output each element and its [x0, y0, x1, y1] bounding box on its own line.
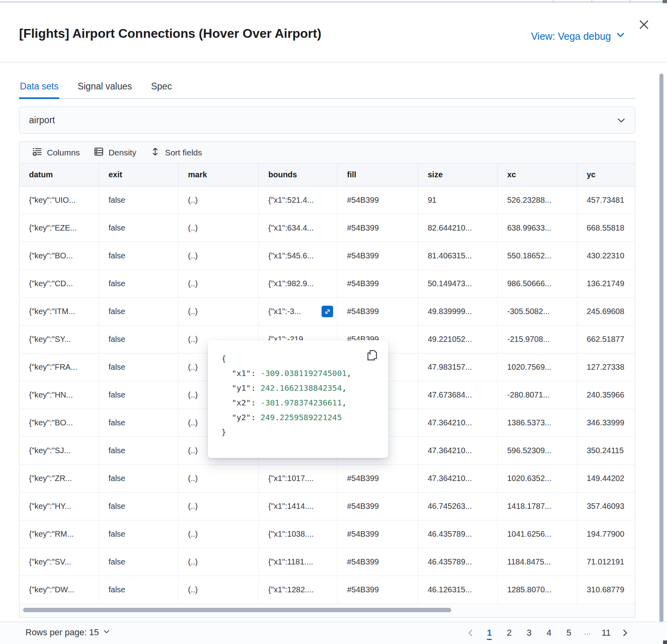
- grid-cell-datum[interactable]: {"key":"SY...: [19, 326, 99, 353]
- grid-cell-mark[interactable]: (..): [178, 214, 259, 242]
- grid-cell-xc[interactable]: -215.9708...: [498, 326, 577, 353]
- grid-cell-exit[interactable]: false: [99, 186, 178, 214]
- grid-cell-xc[interactable]: 1184.8475...: [498, 548, 577, 576]
- grid-cell-fill[interactable]: #54B399: [337, 520, 418, 548]
- grid-cell-exit[interactable]: false: [99, 214, 178, 242]
- grid-cell-exit[interactable]: false: [99, 326, 178, 353]
- grid-cell-exit[interactable]: false: [99, 548, 178, 576]
- rows-per-page-button[interactable]: Rows per page: 15: [25, 627, 110, 638]
- grid-cell-exit[interactable]: false: [99, 465, 178, 492]
- grid-cell-yc[interactable]: 245.69608: [577, 298, 635, 325]
- grid-cell-size[interactable]: 49.839999...: [418, 298, 498, 325]
- grid-cell-yc[interactable]: 194.77900: [577, 520, 635, 548]
- grid-cell-size[interactable]: 47.364210...: [418, 409, 498, 436]
- grid-cell-exit[interactable]: false: [99, 437, 178, 464]
- grid-cell-yc[interactable]: 350.24115: [577, 437, 635, 464]
- grid-cell-bounds[interactable]: {"x1":1282....: [259, 576, 337, 603]
- grid-cell-mark[interactable]: (..): [178, 576, 259, 603]
- grid-cell-xc[interactable]: 1020.7569...: [498, 353, 577, 381]
- grid-cell-yc[interactable]: 136.21749: [577, 270, 635, 297]
- grid-cell-yc[interactable]: 357.46093: [577, 493, 635, 520]
- grid-cell-yc[interactable]: 346.33999: [577, 409, 635, 436]
- grid-cell-datum[interactable]: {"key":"HN...: [19, 381, 99, 409]
- column-header-datum[interactable]: datum: [19, 163, 99, 186]
- tab-data-sets[interactable]: Data sets: [19, 79, 59, 98]
- page-button-1[interactable]: 1: [479, 625, 499, 640]
- grid-cell-size[interactable]: 50.149473...: [418, 270, 498, 297]
- grid-cell-fill[interactable]: #54B399: [337, 465, 418, 492]
- grid-cell-bounds[interactable]: {"x1":1414....: [259, 493, 337, 520]
- grid-cell-xc[interactable]: 986.50666...: [498, 270, 577, 297]
- grid-cell-datum[interactable]: {"key":"ZR...: [19, 465, 99, 492]
- dataset-select[interactable]: airport: [19, 107, 635, 134]
- page-button-11[interactable]: 11: [596, 625, 616, 640]
- grid-cell-size[interactable]: 49.221052...: [418, 326, 498, 353]
- sort-fields-button[interactable]: Sort fields: [143, 145, 209, 161]
- grid-cell-size[interactable]: 47.364210...: [418, 465, 498, 492]
- grid-cell-size[interactable]: 81.406315...: [418, 242, 498, 270]
- grid-cell-xc[interactable]: 596.52309...: [498, 437, 577, 464]
- grid-cell-bounds[interactable]: {"x1":1038....: [259, 520, 337, 548]
- grid-cell-size[interactable]: 47.983157...: [418, 353, 498, 381]
- grid-cell-fill[interactable]: #54B399: [337, 548, 418, 576]
- grid-cell-datum[interactable]: {"key":"CD...: [19, 270, 99, 297]
- grid-cell-bounds[interactable]: {"x1":521.4...: [259, 186, 337, 214]
- grid-cell-mark[interactable]: (..): [178, 270, 259, 297]
- next-page-icon[interactable]: [616, 626, 634, 640]
- grid-cell-bounds[interactable]: {"x1":982.9...: [259, 270, 337, 297]
- grid-cell-datum[interactable]: {"key":"ITM...: [19, 298, 99, 325]
- grid-cell-yc[interactable]: 71.012191: [577, 548, 635, 576]
- close-icon[interactable]: [636, 17, 652, 33]
- column-header-mark[interactable]: mark: [178, 163, 259, 186]
- grid-cell-exit[interactable]: false: [99, 298, 178, 325]
- grid-cell-datum[interactable]: {"key":"EZE...: [19, 214, 99, 242]
- tab-spec[interactable]: Spec: [150, 79, 173, 98]
- vertical-scrollbar-thumb[interactable]: [659, 74, 663, 622]
- grid-cell-exit[interactable]: false: [99, 493, 178, 520]
- grid-cell-exit[interactable]: false: [99, 409, 178, 436]
- grid-cell-xc[interactable]: 1285.8070...: [498, 576, 577, 603]
- grid-cell-bounds[interactable]: {"x1":-3...: [259, 298, 337, 325]
- grid-cell-datum[interactable]: {"key":"SJ...: [19, 437, 99, 464]
- grid-cell-fill[interactable]: #54B399: [337, 493, 418, 520]
- density-button[interactable]: Density: [87, 145, 143, 161]
- grid-cell-xc[interactable]: -280.8071...: [498, 381, 577, 409]
- grid-cell-datum[interactable]: {"key":"BO...: [19, 409, 99, 436]
- grid-cell-xc[interactable]: 526.23288...: [498, 186, 577, 214]
- grid-cell-exit[interactable]: false: [99, 270, 178, 297]
- grid-cell-mark[interactable]: (..): [178, 520, 259, 548]
- grid-cell-datum[interactable]: {"key":"FRA...: [19, 353, 99, 381]
- grid-cell-size[interactable]: 46.435789...: [418, 548, 498, 576]
- grid-cell-exit[interactable]: false: [99, 576, 178, 603]
- grid-cell-yc[interactable]: 457.73481: [577, 186, 635, 214]
- grid-cell-fill[interactable]: #54B399: [337, 214, 418, 242]
- columns-button[interactable]: Columns: [25, 145, 87, 161]
- column-header-fill[interactable]: fill: [337, 163, 418, 186]
- grid-cell-mark[interactable]: (..): [178, 465, 259, 492]
- column-header-exit[interactable]: exit: [99, 163, 178, 186]
- view-selector[interactable]: View: Vega debug: [531, 30, 625, 42]
- grid-cell-datum[interactable]: {"key":"HY...: [19, 493, 99, 520]
- grid-cell-yc[interactable]: 149.44202: [577, 465, 635, 492]
- column-header-size[interactable]: size: [418, 163, 498, 186]
- grid-cell-yc[interactable]: 668.55818: [577, 214, 635, 242]
- grid-cell-mark[interactable]: (..): [178, 493, 259, 520]
- page-button-5[interactable]: 5: [559, 625, 579, 640]
- grid-cell-exit[interactable]: false: [99, 520, 178, 548]
- grid-cell-datum[interactable]: {"key":"BO...: [19, 242, 99, 270]
- grid-cell-xc[interactable]: 550.18652...: [498, 242, 577, 270]
- grid-cell-mark[interactable]: (..): [178, 548, 259, 576]
- grid-cell-fill[interactable]: #54B399: [337, 270, 418, 297]
- grid-cell-fill[interactable]: #54B399: [337, 576, 418, 603]
- grid-cell-xc[interactable]: 1386.5373...: [498, 409, 577, 436]
- grid-cell-exit[interactable]: false: [99, 242, 178, 270]
- grid-cell-xc[interactable]: 638.99633...: [498, 214, 577, 242]
- grid-cell-size[interactable]: 47.364210...: [418, 437, 498, 464]
- grid-cell-exit[interactable]: false: [99, 381, 178, 409]
- grid-cell-bounds[interactable]: {"x1":1017....: [259, 465, 337, 492]
- grid-cell-fill[interactable]: #54B399: [337, 186, 418, 214]
- page-button-3[interactable]: 3: [519, 625, 539, 640]
- grid-cell-xc[interactable]: -305.5082...: [498, 298, 577, 325]
- grid-cell-datum[interactable]: {"key":"UIO...: [19, 186, 99, 214]
- grid-cell-mark[interactable]: (..): [178, 242, 259, 270]
